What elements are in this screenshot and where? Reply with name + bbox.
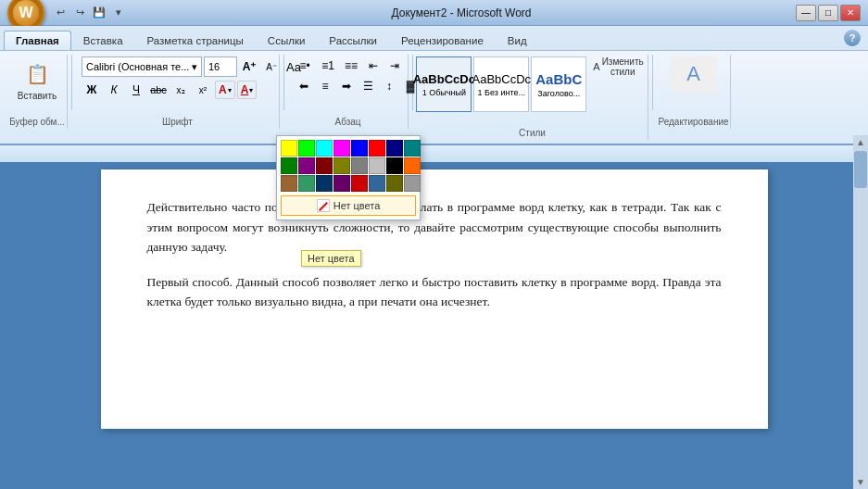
decrease-indent-button[interactable]: ⇤ — [363, 56, 384, 75]
superscript-button[interactable]: x² — [193, 81, 213, 99]
highlight-icon: A — [219, 83, 227, 96]
font-name-input[interactable]: Calibri (Основная те... ▾ — [82, 56, 202, 77]
style-heading1-preview: AaBbC — [535, 71, 582, 87]
color-grid — [281, 140, 416, 192]
save-button[interactable]: 💾 — [91, 5, 107, 21]
align-right-button[interactable]: ➡ — [336, 77, 357, 95]
font-group-label: Шрифт — [76, 117, 279, 127]
color-brown[interactable] — [281, 175, 297, 192]
ribbon-tabs: Главная Вставка Разметка страницы Ссылки… — [0, 26, 868, 50]
align-left-button[interactable]: ⬅ — [294, 77, 314, 95]
color-dark-olive[interactable] — [386, 175, 403, 192]
color-olive[interactable] — [333, 157, 350, 174]
editing-group-label: Редактирование — [657, 117, 730, 127]
font-color-button[interactable]: A ▾ — [237, 81, 258, 99]
line-spacing-button[interactable]: ↕ — [379, 77, 399, 95]
undo-button[interactable]: ↩ — [52, 5, 69, 21]
redo-button[interactable]: ↪ — [71, 5, 88, 21]
editing-group: A Редактирование — [657, 55, 731, 129]
no-color-indicator — [317, 199, 330, 212]
no-color-button[interactable]: Нет цвета — [281, 195, 416, 216]
scroll-thumb[interactable] — [854, 151, 867, 188]
tab-mailings[interactable]: Рассылки — [317, 31, 389, 50]
minimize-button[interactable]: — — [796, 5, 816, 21]
paragraph-1: Действительно часто пользователям требуе… — [147, 197, 722, 257]
font-shrink-button[interactable]: A⁻ — [261, 57, 282, 76]
maximize-button[interactable]: □ — [818, 5, 838, 21]
color-navy[interactable] — [386, 140, 403, 157]
style-normal[interactable]: AaBbCcDc 1 Обычный — [416, 56, 472, 112]
styles-controls: A Изменить стили — [588, 56, 648, 90]
color-cyan[interactable] — [316, 140, 333, 157]
font-grow-button[interactable]: A⁺ — [239, 57, 259, 76]
tab-home[interactable]: Главная — [4, 31, 71, 50]
paragraph-2: Первый способ. Данный способ позволяет л… — [147, 272, 722, 312]
color-sea-green[interactable] — [298, 175, 315, 192]
subscript-button[interactable]: x₂ — [170, 81, 191, 99]
tab-insert[interactable]: Вставка — [71, 31, 135, 50]
scroll-up-button[interactable]: ▲ — [853, 135, 868, 149]
tab-view[interactable]: Вид — [496, 31, 539, 50]
no-color-label: Нет цвета — [333, 200, 381, 211]
style-no-spacing[interactable]: AaBbCcDc 1 Без инте... — [473, 56, 529, 112]
align-center-button[interactable]: ≡ — [315, 77, 335, 95]
document-page[interactable]: Действительно часто пользователям требуе… — [101, 169, 768, 429]
window-title: Документ2 - Microsoft Word — [391, 6, 531, 19]
list-ordered-button[interactable]: ≡1 — [317, 56, 339, 75]
tab-review[interactable]: Рецензирование — [389, 31, 496, 50]
font-bottom-row: Ж К Ч abc x₂ x² A ▾ A — [82, 81, 257, 99]
quick-access-dropdown[interactable]: ▾ — [110, 5, 127, 21]
color-green-bright[interactable] — [298, 140, 315, 157]
separator-1 — [71, 55, 72, 110]
highlight-color-button[interactable]: A ▾ — [215, 81, 235, 99]
italic-button[interactable]: К — [104, 81, 124, 99]
highlight-dropdown-icon: ▾ — [228, 86, 232, 94]
increase-indent-button[interactable]: ⇥ — [384, 56, 405, 75]
color-maroon[interactable] — [316, 157, 333, 174]
paste-button[interactable]: 📋 Вставить — [14, 56, 60, 104]
color-gray[interactable] — [351, 157, 368, 174]
close-button[interactable]: ✕ — [840, 5, 861, 21]
app-body: Действительно часто пользователям требуе… — [0, 145, 868, 481]
color-teal[interactable] — [404, 140, 421, 157]
editing-button[interactable]: A — [671, 56, 717, 92]
color-yellow[interactable] — [281, 140, 297, 157]
help-icon[interactable]: ? — [844, 30, 861, 46]
ribbon: Главная Вставка Разметка страницы Ссылки… — [0, 26, 868, 145]
list-multilevel-button[interactable]: ≡≡ — [340, 56, 362, 75]
style-no-spacing-label: 1 Без инте... — [478, 88, 525, 97]
font-color-icon: A — [241, 83, 249, 96]
color-dark-blue[interactable] — [316, 175, 333, 192]
paragraph-group: ≡• ≡1 ≡≡ ⇤ ⇥ ⬅ ≡ ➡ ☰ ↕ ▓ ▦ — [288, 55, 409, 129]
scroll-down-button[interactable]: ▼ — [853, 475, 868, 489]
align-justify-button[interactable]: ☰ — [358, 77, 378, 95]
font-size-input[interactable]: 16 — [204, 56, 237, 77]
color-purple[interactable] — [298, 157, 315, 174]
style-heading1[interactable]: AaBbC Заголово... — [531, 56, 586, 112]
color-light-gray[interactable] — [404, 175, 421, 192]
style-heading1-label: Заголово... — [537, 89, 580, 98]
tab-references[interactable]: Ссылки — [256, 31, 318, 50]
list-unordered-button[interactable]: ≡• — [294, 56, 316, 75]
color-dark-purple[interactable] — [333, 175, 350, 192]
color-silver[interactable] — [369, 157, 385, 174]
scrollbar-vertical[interactable]: ▲ ▼ — [853, 135, 868, 489]
ribbon-area: Главная Вставка Разметка страницы Ссылки… — [0, 26, 868, 145]
change-styles-button[interactable]: A Изменить стили — [588, 56, 648, 77]
color-black[interactable] — [386, 157, 403, 174]
paragraph-group-label: Абзац — [288, 117, 408, 127]
color-magenta[interactable] — [333, 140, 350, 157]
tab-page-layout[interactable]: Разметка страницы — [135, 31, 256, 50]
tooltip: Нет цвета — [301, 250, 361, 267]
strikethrough-button[interactable]: abc — [148, 81, 169, 99]
color-blue-bright[interactable] — [351, 140, 368, 157]
change-styles-icon: A — [593, 61, 599, 72]
styles-group-content: AaBbCcDc 1 Обычный AaBbCcDc 1 Без инте..… — [416, 56, 648, 138]
color-red-bright[interactable] — [369, 140, 385, 157]
color-green[interactable] — [281, 157, 297, 174]
underline-button[interactable]: Ч — [126, 81, 146, 99]
bold-button[interactable]: Ж — [82, 81, 102, 99]
color-steel-blue[interactable] — [369, 175, 385, 192]
color-orange[interactable] — [404, 157, 421, 174]
color-dark-red[interactable] — [351, 175, 368, 192]
